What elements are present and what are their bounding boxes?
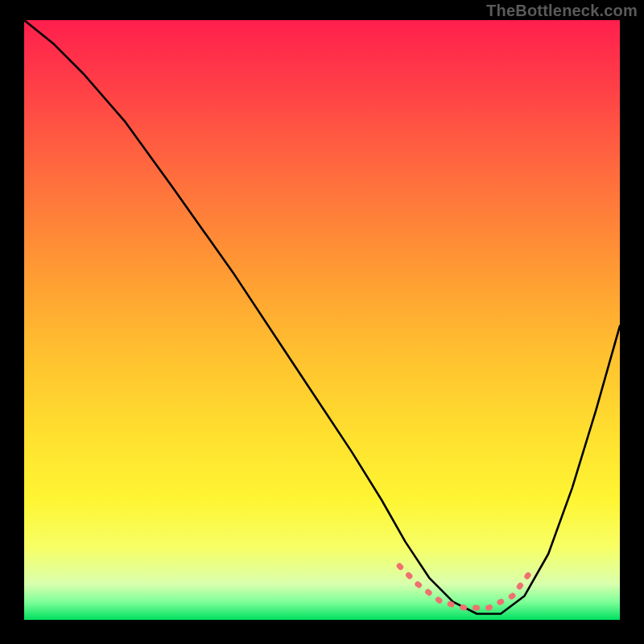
dotted-accent-line — [399, 566, 530, 608]
bottleneck-curve-line — [24, 20, 620, 614]
page-root: TheBottleneck.com — [0, 0, 644, 644]
chart-plot-area — [24, 20, 620, 620]
watermark-text: TheBottleneck.com — [486, 2, 638, 20]
chart-svg — [24, 20, 620, 620]
